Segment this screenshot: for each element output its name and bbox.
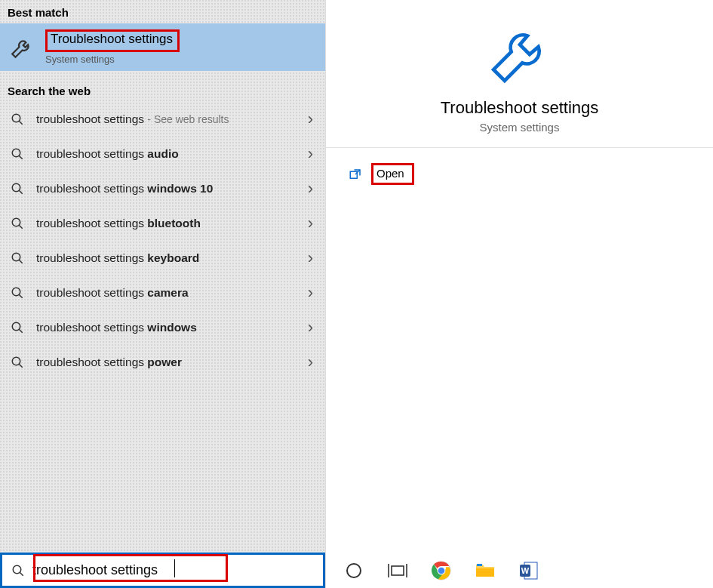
open-action[interactable]: Open — [349, 163, 713, 185]
search-icon — [11, 286, 24, 300]
svg-point-6 — [12, 218, 20, 226]
svg-line-3 — [19, 155, 23, 159]
preview-title: Troubleshoot settings — [441, 98, 599, 118]
open-icon — [349, 168, 362, 181]
web-result-label: troubleshoot settings bluetooth — [36, 217, 296, 230]
word-icon[interactable]: W — [518, 559, 540, 582]
svg-text:W: W — [521, 566, 530, 575]
web-result-label: troubleshoot settings keyboard — [36, 251, 296, 265]
search-icon — [11, 564, 25, 577]
search-icon — [11, 182, 24, 195]
web-result-label: troubleshoot settings power — [36, 356, 296, 369]
task-view-icon[interactable] — [386, 559, 409, 582]
best-match-section-label: Best match — [0, 0, 325, 23]
svg-point-0 — [12, 114, 20, 122]
open-label: Open — [371, 163, 414, 185]
web-result-item[interactable]: troubleshoot settings windows› — [0, 310, 325, 345]
web-result-label: troubleshoot settings audio — [36, 147, 296, 161]
best-match-title: Troubleshoot settings — [45, 29, 180, 52]
chevron-right-icon: › — [308, 352, 313, 372]
chevron-right-icon: › — [308, 179, 313, 199]
search-icon — [11, 356, 24, 369]
svg-point-10 — [12, 288, 20, 296]
svg-rect-18 — [350, 171, 357, 178]
chevron-right-icon: › — [308, 109, 313, 129]
web-result-item[interactable]: troubleshoot settings bluetooth› — [0, 206, 325, 241]
wrench-icon — [487, 21, 553, 88]
web-result-item[interactable]: troubleshoot settings power› — [0, 345, 325, 380]
file-explorer-icon[interactable] — [474, 559, 496, 582]
chevron-right-icon: › — [308, 283, 313, 303]
web-result-item[interactable]: troubleshoot settings audio› — [0, 137, 325, 171]
search-icon — [11, 112, 24, 126]
web-result-item[interactable]: troubleshoot settings camera› — [0, 276, 325, 310]
text-caret — [174, 559, 175, 577]
search-icon — [11, 217, 24, 230]
search-icon — [11, 251, 24, 265]
preview-panel: Troubleshoot settings System settings Op… — [325, 0, 713, 588]
svg-rect-21 — [392, 566, 404, 575]
search-icon — [11, 147, 24, 161]
search-results-panel: Best match Troubleshoot settings System … — [0, 0, 325, 588]
svg-line-13 — [19, 329, 23, 333]
web-results-list: troubleshoot settings - See web results›… — [0, 102, 325, 588]
svg-line-17 — [20, 572, 23, 576]
web-result-item[interactable]: troubleshoot settings - See web results› — [0, 102, 325, 137]
svg-line-1 — [19, 121, 23, 125]
chrome-icon[interactable] — [430, 559, 453, 582]
chevron-right-icon: › — [308, 214, 313, 233]
svg-point-19 — [347, 564, 361, 577]
search-web-section-label: Search the web — [0, 79, 325, 102]
svg-point-8 — [12, 253, 20, 261]
chevron-right-icon: › — [308, 144, 313, 164]
svg-point-14 — [12, 357, 20, 365]
svg-line-9 — [19, 260, 23, 263]
web-result-label: troubleshoot settings windows — [36, 321, 296, 334]
svg-rect-26 — [476, 568, 494, 577]
svg-point-12 — [12, 322, 20, 331]
svg-line-5 — [19, 190, 23, 194]
svg-point-25 — [438, 567, 445, 574]
svg-point-16 — [13, 565, 21, 574]
web-result-item[interactable]: troubleshoot settings windows 10› — [0, 171, 325, 206]
svg-line-11 — [19, 294, 23, 298]
svg-rect-27 — [477, 564, 482, 566]
search-icon — [11, 321, 24, 334]
web-result-label: troubleshoot settings camera — [36, 286, 296, 300]
svg-line-15 — [19, 364, 23, 368]
best-match-result[interactable]: Troubleshoot settings System settings — [0, 23, 325, 71]
chevron-right-icon: › — [308, 248, 313, 268]
svg-line-7 — [19, 225, 23, 229]
chevron-right-icon: › — [308, 318, 313, 337]
search-box[interactable] — [0, 553, 325, 588]
web-result-label: troubleshoot settings - See web results — [36, 112, 296, 126]
best-match-subtitle: System settings — [45, 54, 180, 65]
web-result-label: troubleshoot settings windows 10 — [36, 182, 296, 195]
svg-point-2 — [12, 149, 20, 157]
cortana-icon[interactable] — [343, 559, 365, 582]
preview-subtitle: System settings — [480, 121, 560, 134]
taskbar: W — [326, 553, 713, 588]
web-result-item[interactable]: troubleshoot settings keyboard› — [0, 241, 325, 276]
wrench-icon — [9, 35, 35, 60]
svg-point-4 — [12, 183, 20, 192]
